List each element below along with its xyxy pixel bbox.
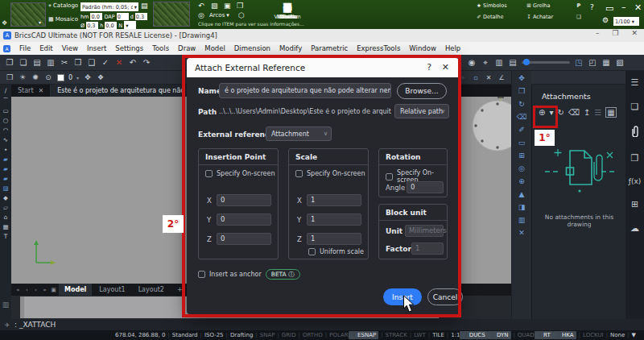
array-icon[interactable]: ⊞ (518, 151, 525, 160)
text-tool-icon[interactable]: T (4, 233, 8, 240)
diameter-field[interactable] (86, 22, 98, 29)
insertion-x-input[interactable]: 0 (217, 194, 271, 206)
rotation-angle-input[interactable]: 0 (407, 181, 444, 193)
texture-thumbnail[interactable] (153, 2, 190, 27)
move-icon[interactable]: ✥ (518, 74, 525, 82)
scale-y-input[interactable]: 1 (307, 214, 361, 226)
menu-item[interactable]: File (19, 44, 31, 52)
line-tool-icon[interactable]: ∕ (5, 87, 7, 94)
monitor-icon[interactable]: ▭ (605, 3, 613, 14)
preset-dropdown[interactable]: Padrão (hm: 0,05; d▾ (80, 2, 138, 11)
menu-item[interactable]: Help (445, 44, 460, 52)
snap-angle-icon[interactable]: ∠ (497, 74, 506, 81)
status-toggle-polar[interactable]: POLAR (323, 331, 349, 339)
layer-freeze-icon[interactable]: ✺ (31, 73, 40, 81)
path-type-dropdown[interactable]: Relative path (394, 104, 449, 118)
rotate-icon[interactable]: ↻ (518, 100, 525, 108)
globe-icon[interactable]: ◎ (198, 11, 204, 19)
layer-settings-icon[interactable]: ✥ (83, 73, 93, 81)
save-icon[interactable]: ▤ (32, 58, 42, 67)
arcos-dropdown[interactable]: Arcos▾ (209, 12, 229, 19)
status-more-dropdown[interactable]: ▼ (625, 331, 636, 339)
render-icon[interactable]: ▥ (518, 216, 526, 224)
menu-item[interactable]: Settings (115, 44, 143, 52)
sheets-panel-icon[interactable]: ❒ (631, 153, 639, 164)
spline-tool-icon[interactable]: ∿ (3, 136, 8, 143)
new-file-icon[interactable]: ❐ (5, 58, 14, 67)
status-text-style[interactable]: Standard (165, 331, 197, 339)
shape-tool-icon[interactable]: ⌂ (4, 214, 8, 221)
region-tool-icon[interactable]: ▨ (2, 185, 8, 192)
catalogo-button[interactable]: ⌖Catalogo (48, 2, 78, 9)
status-toggle-esnap[interactable]: ESNAP (349, 331, 378, 339)
structure-panel-icon[interactable]: ⊞ (631, 199, 638, 209)
layer-states-icon[interactable]: ❒ (5, 73, 14, 81)
match-properties-icon[interactable]: ✓ (101, 58, 110, 67)
polygon-icon[interactable]: ⬡︎ (238, 11, 245, 19)
prev-tab-icon[interactable]: ‹ (23, 287, 31, 293)
solid-icon[interactable]: ▲ (519, 190, 525, 198)
menu-item[interactable]: Tools (152, 44, 169, 52)
simbolos-button[interactable]: ★Símbolos (475, 2, 525, 14)
properties-panel-icon[interactable]: ☰ (631, 77, 639, 88)
status-toggle-rt[interactable]: RT (535, 331, 553, 339)
status-toggle-dyn[interactable]: DYN (488, 331, 511, 339)
scale-dropdown[interactable]: 1/100▾ (613, 17, 639, 26)
dap-field[interactable] (117, 13, 129, 20)
table-tool-icon[interactable]: ▦ (2, 223, 8, 230)
snap-clear-icon[interactable]: ✕ (484, 74, 493, 81)
sheet-icon[interactable]: ▤ (508, 58, 518, 68)
status-toggle-grid[interactable]: GRID (275, 331, 295, 339)
paste-icon[interactable]: ❑ (87, 58, 97, 67)
visualplan-button[interactable]: ◉VisualPlan (274, 2, 301, 20)
detalhe-button[interactable]: ✐Detalhe (475, 14, 525, 25)
polyline-tool-icon[interactable]: ▱ (3, 204, 8, 211)
achatar-button[interactable]: ↧Achatar (525, 14, 575, 25)
tab-layout2[interactable]: Layout2 (133, 284, 170, 296)
app-menu-icon[interactable]: A (3, 45, 10, 52)
hm-field[interactable] (90, 13, 102, 20)
insertion-specify-checkbox[interactable]: Specify On-screen (205, 170, 275, 177)
terrain-icon[interactable]: ▧ (211, 2, 218, 10)
d-field[interactable] (135, 13, 147, 20)
attachments-panel-icon[interactable] (630, 126, 640, 139)
point-tool-icon[interactable]: ∙ (4, 146, 8, 153)
grid-view-icon[interactable]: ▦ (601, 58, 611, 67)
status-coordinates[interactable]: 678.04, 286.88, 0 (115, 331, 165, 339)
measure-icon[interactable]: ✐ (518, 126, 525, 134)
layer-manager-icon[interactable]: ❖ (96, 73, 105, 81)
first-tab-icon[interactable]: « (14, 287, 22, 293)
save-preset-icon[interactable]: ▤ (141, 2, 148, 10)
pattern-dropdown-icon[interactable]: ▾ (39, 19, 41, 25)
add-layout-button[interactable]: + (171, 284, 188, 296)
scale-specify-checkbox[interactable]: Specify On-screen (295, 170, 365, 177)
gear-icon[interactable]: ⚙ (602, 16, 609, 24)
status-toggle-lockui[interactable]: LOCKUI (576, 331, 604, 339)
grelha-button[interactable]: ⊞Grelha (525, 2, 575, 14)
tab-start[interactable]: Start✕ (11, 85, 51, 97)
plot-icon[interactable]: ▥ (46, 58, 56, 67)
tab-model[interactable]: Model (59, 284, 92, 296)
layer-on-icon[interactable]: ☀ (18, 73, 27, 81)
open-xref-icon[interactable]: ↥ (584, 108, 590, 117)
close-icon[interactable]: ✕ (634, 2, 642, 13)
layer-color-swatch[interactable] (57, 74, 64, 81)
polygon-tool-icon[interactable]: ◆ (3, 194, 8, 201)
hatch-tool-icon[interactable]: ▰ (3, 155, 8, 163)
tree-view-icon[interactable]: ☰ (594, 108, 601, 117)
menu-item[interactable]: Edit (39, 44, 52, 52)
uniform-scale-checkbox[interactable]: Uniform scale (308, 248, 364, 255)
attach-dropdown-arrow-icon[interactable]: ▾ (549, 108, 553, 117)
menu-item[interactable]: Modify (279, 44, 302, 52)
status-toggle-ortho[interactable]: ORTHO (296, 331, 323, 339)
rectangle-tool-icon[interactable]: ▭ (2, 107, 8, 114)
menu-item[interactable]: ExpressTools (357, 44, 400, 52)
reference-type-dropdown[interactable]: Attachment (266, 126, 332, 141)
redo-icon[interactable]: ↷ (142, 58, 151, 67)
slider-knob[interactable] (523, 59, 530, 65)
view-icon[interactable]: ◉ (467, 58, 477, 68)
block-b-icon[interactable]: ▣ (224, 2, 231, 10)
layers-panel-icon[interactable]: ❏ (631, 102, 639, 112)
status-toggle-quad[interactable]: QUAD (511, 331, 535, 339)
status-toggle-hka[interactable]: HKA (553, 331, 576, 339)
